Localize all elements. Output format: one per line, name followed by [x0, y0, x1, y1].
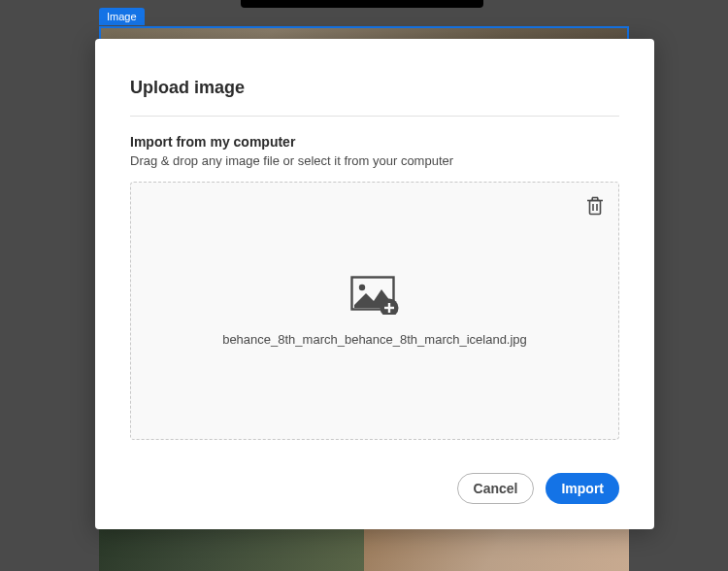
- section-description: Drag & drop any image file or select it …: [130, 153, 619, 168]
- background-image-bottom: [99, 527, 629, 571]
- bg-photo-left: [99, 527, 364, 571]
- modal-footer: Cancel Import: [457, 473, 619, 504]
- import-button[interactable]: Import: [546, 473, 619, 504]
- delete-button[interactable]: [583, 194, 607, 218]
- trash-icon: [586, 196, 604, 216]
- bg-photo-right: [364, 527, 629, 571]
- svg-rect-0: [590, 201, 601, 215]
- svg-point-8: [359, 284, 365, 289]
- image-upload-icon: [350, 276, 399, 319]
- section-title: Import from my computer: [130, 134, 619, 150]
- drop-zone[interactable]: behance_8th_march_behance_8th_march_icel…: [130, 182, 619, 440]
- upload-image-modal: Upload image Import from my computer Dra…: [95, 39, 654, 529]
- cancel-button[interactable]: Cancel: [457, 473, 535, 504]
- image-tag: Image: [99, 8, 145, 25]
- divider: [130, 116, 619, 117]
- background-toolbar: [241, 0, 483, 8]
- modal-title: Upload image: [130, 78, 619, 98]
- file-name: behance_8th_march_behance_8th_march_icel…: [222, 332, 527, 347]
